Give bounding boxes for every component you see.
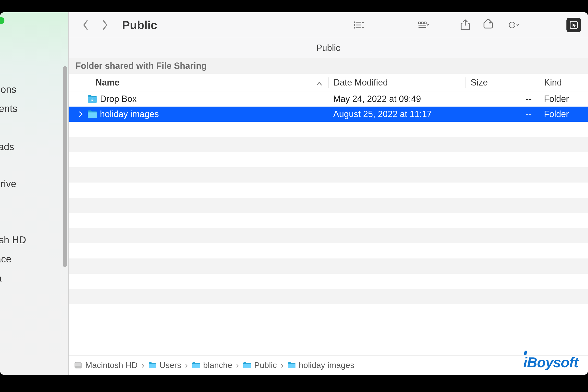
window-title: Public xyxy=(122,18,157,32)
toolbar: Public xyxy=(68,12,588,38)
cursor-indicator-icon xyxy=(566,18,581,32)
svg-point-0 xyxy=(354,22,355,22)
svg-rect-8 xyxy=(424,22,426,24)
file-kind: Folder xyxy=(539,94,588,104)
sidebar: nts cations uments top nloads d Drive ed… xyxy=(0,12,68,375)
svg-point-4 xyxy=(354,28,355,28)
sidebar-item[interactable]: nda xyxy=(0,273,26,284)
empty-row xyxy=(68,198,588,213)
file-list: › Drop Box May 24, 2022 at 09:49 -- Fold… xyxy=(68,92,588,355)
path-crumb[interactable]: Macintosh HD xyxy=(74,360,138,370)
file-row-selected[interactable]: holiday images August 25, 2022 at 11:17 … xyxy=(68,106,588,122)
empty-row xyxy=(68,258,588,274)
file-size: -- xyxy=(466,94,539,104)
path-crumb[interactable]: Public xyxy=(243,360,277,370)
forward-button[interactable] xyxy=(98,16,112,34)
sidebar-item[interactable]: nloads xyxy=(0,141,26,152)
main-area: Public xyxy=(68,12,588,375)
file-row[interactable]: › Drop Box May 24, 2022 at 09:49 -- Fold… xyxy=(68,92,588,106)
svg-point-2 xyxy=(354,24,355,25)
sidebar-item[interactable]: ork xyxy=(0,292,26,303)
tag-button[interactable] xyxy=(479,16,496,34)
folder-icon xyxy=(192,362,200,369)
path-crumb[interactable]: Users xyxy=(148,360,181,370)
sidebar-item[interactable]: nts xyxy=(0,65,26,76)
watermark: iBoysoft xyxy=(523,354,578,370)
empty-row xyxy=(68,137,588,152)
sidebar-item[interactable]: top xyxy=(0,122,26,133)
sidebar-item[interactable]: d Drive xyxy=(0,178,26,190)
empty-row xyxy=(68,122,588,137)
sidebar-item[interactable]: ntosh HD xyxy=(0,234,26,246)
sharing-banner: Folder shared with File Sharing xyxy=(68,58,588,74)
tab-title: Public xyxy=(68,38,588,58)
chevron-right-icon[interactable] xyxy=(78,112,84,117)
file-date: May 24, 2022 at 09:49 xyxy=(328,94,466,104)
path-crumb[interactable]: holiday images xyxy=(288,360,354,370)
chevron-right-icon: › xyxy=(184,360,190,370)
chevron-right-icon: › xyxy=(140,360,146,370)
action-button[interactable] xyxy=(502,16,526,34)
disk-icon xyxy=(74,361,82,370)
empty-row xyxy=(68,289,588,304)
empty-row xyxy=(68,274,588,289)
svg-rect-18 xyxy=(75,366,82,368)
view-list-button[interactable] xyxy=(347,16,372,34)
chevron-right-icon: › xyxy=(235,360,240,370)
back-button[interactable] xyxy=(78,16,92,34)
sort-ascending-icon xyxy=(316,78,322,88)
svg-rect-7 xyxy=(422,22,423,24)
column-size[interactable]: Size xyxy=(466,78,539,88)
empty-row xyxy=(68,182,588,198)
path-label: Users xyxy=(160,360,181,370)
sidebar-scrollbar[interactable] xyxy=(63,66,67,267)
svg-point-13 xyxy=(510,24,511,25)
maximize-dot-icon[interactable] xyxy=(0,17,4,24)
file-name: holiday images xyxy=(100,109,159,119)
column-date[interactable]: Date Modified xyxy=(328,78,466,88)
column-headers: Name Date Modified Size Kind xyxy=(68,74,588,92)
svg-point-11 xyxy=(489,22,491,24)
svg-point-19 xyxy=(76,366,76,367)
column-name[interactable]: Name xyxy=(68,78,328,88)
sidebar-item[interactable]: uments xyxy=(0,103,26,114)
folder-icon xyxy=(288,362,296,369)
svg-point-14 xyxy=(512,24,512,25)
sidebar-item[interactable]: ed xyxy=(0,198,26,208)
path-crumb[interactable]: blanche xyxy=(192,360,232,370)
file-size: -- xyxy=(466,109,539,119)
column-kind[interactable]: Kind xyxy=(539,78,588,88)
path-label: Macintosh HD xyxy=(85,360,138,370)
folder-icon xyxy=(148,362,156,369)
dropbox-folder-icon xyxy=(87,95,97,103)
folder-icon xyxy=(243,362,251,369)
svg-rect-6 xyxy=(418,22,420,24)
window-controls xyxy=(0,17,4,25)
empty-row xyxy=(68,243,588,258)
chevron-right-icon: › xyxy=(279,360,285,370)
group-button[interactable] xyxy=(412,16,436,34)
finder-window: nts cations uments top nloads d Drive ed… xyxy=(0,12,588,375)
file-date: August 25, 2022 at 11:17 xyxy=(328,109,466,119)
path-label: blanche xyxy=(203,360,232,370)
empty-row xyxy=(68,228,588,243)
sidebar-item[interactable]: space xyxy=(0,254,26,264)
file-kind: Folder xyxy=(539,109,588,119)
empty-row xyxy=(68,152,588,167)
svg-point-15 xyxy=(513,24,514,25)
path-bar: Macintosh HD › Users › blanche › Public … xyxy=(68,355,588,375)
empty-row xyxy=(68,167,588,182)
folder-icon xyxy=(87,110,97,118)
path-label: holiday images xyxy=(299,360,354,370)
share-button[interactable] xyxy=(457,16,474,34)
path-label: Public xyxy=(254,360,277,370)
file-name: Drop Box xyxy=(100,94,137,104)
empty-row xyxy=(68,213,588,228)
sidebar-item[interactable]: cations xyxy=(0,84,26,95)
